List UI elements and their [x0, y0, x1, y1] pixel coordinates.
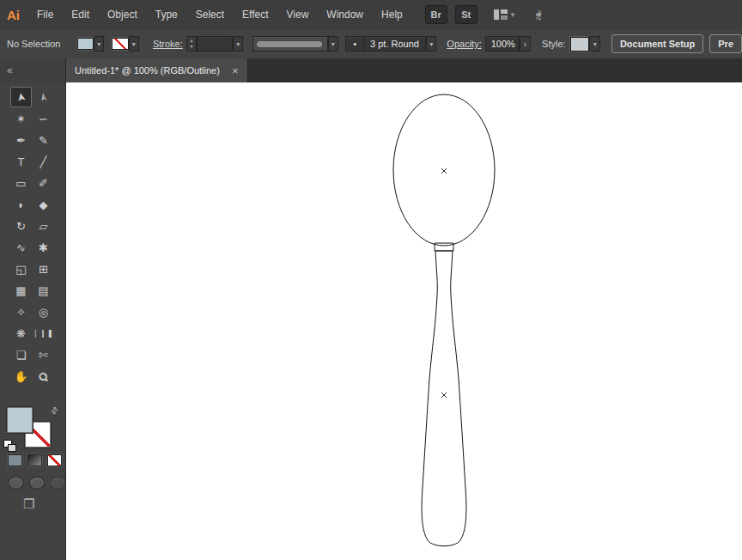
shape-builder-icon: ◱: [15, 263, 26, 276]
column-graph-tool[interactable]: ❘❙❚: [33, 323, 54, 344]
type-tool[interactable]: T: [10, 151, 32, 172]
type-icon: T: [18, 155, 25, 168]
menu-effect[interactable]: Effect: [242, 9, 268, 21]
document-tab[interactable]: Untitled-1* @ 100% (RGB/Outline) ×: [66, 58, 248, 82]
menu-items: File Edit Object Type Select Effect View…: [37, 9, 403, 21]
draw-normal-button[interactable]: [8, 477, 24, 490]
tools-panel-header: «: [0, 58, 66, 82]
opacity-label[interactable]: Opacity:: [447, 39, 481, 49]
menu-object[interactable]: Object: [107, 9, 137, 21]
pencil-tool[interactable]: ✎: [33, 130, 54, 150]
menu-view[interactable]: View: [287, 9, 309, 21]
default-fill-stroke-icon[interactable]: [3, 440, 16, 451]
hand-tool[interactable]: ✋: [10, 366, 32, 387]
direct-selection-icon: ➣: [36, 91, 51, 102]
opacity-input[interactable]: 100%: [485, 36, 520, 52]
eraser-tool[interactable]: ◆: [33, 194, 54, 215]
tools-panel: ➤ ➣ ✶ ∽ ✒ ✎ T ╱ ▭ ✐ ◗ ◆ ↻ ▱ ∿ ✱ ◱ ⊞ ▦ ▤ …: [0, 82, 66, 560]
stock-button[interactable]: St: [455, 5, 477, 24]
screen-mode-button[interactable]: ❐: [23, 496, 34, 512]
paintbrush-icon: ✐: [39, 177, 48, 190]
symbol-sprayer-icon: ❋: [16, 327, 26, 340]
stroke-weight-chevron-icon[interactable]: ▾: [233, 36, 243, 52]
document-setup-button[interactable]: Document Setup: [611, 34, 703, 53]
menu-window[interactable]: Window: [326, 9, 363, 21]
opacity-more-icon[interactable]: ›: [520, 36, 531, 52]
eyedropper-tool[interactable]: ✧: [10, 301, 32, 322]
brush-definition-select[interactable]: • 3 pt. Round: [345, 36, 426, 52]
symbol-sprayer-tool[interactable]: ❋: [10, 323, 32, 344]
brush-chevron-icon[interactable]: ▾: [426, 36, 436, 52]
variable-width-profile-select[interactable]: [252, 36, 327, 52]
direct-selection-tool[interactable]: ➣: [33, 87, 54, 107]
artwork-spoon-outline: [66, 82, 742, 560]
lasso-tool[interactable]: ∽: [33, 108, 54, 129]
artboard-tool[interactable]: ❏: [10, 344, 32, 365]
workspace-switcher[interactable]: ▾: [494, 9, 515, 21]
swap-fill-stroke-icon[interactable]: ⇄: [48, 405, 60, 417]
stroke-chevron-icon[interactable]: ▾: [129, 36, 139, 52]
brush-name: 3 pt. Round: [364, 39, 425, 49]
preferences-button[interactable]: Pre: [709, 34, 742, 53]
menu-file[interactable]: File: [37, 9, 53, 21]
spoon-notch-path[interactable]: [435, 243, 453, 251]
width-icon: ∿: [16, 241, 26, 254]
fill-color-swatch[interactable]: [77, 38, 94, 50]
perspective-grid-icon: ⊞: [39, 263, 48, 276]
document-tab-bar: « Untitled-1* @ 100% (RGB/Outline) ×: [0, 58, 742, 83]
gradient-button[interactable]: [27, 454, 42, 466]
perspective-grid-tool[interactable]: ⊞: [33, 259, 54, 279]
bridge-button[interactable]: Br: [425, 5, 447, 24]
blend-tool[interactable]: ◎: [33, 301, 54, 322]
fill-proxy-swatch[interactable]: [7, 407, 33, 433]
mesh-tool[interactable]: ▦: [10, 280, 32, 301]
scale-tool[interactable]: ▱: [33, 216, 54, 236]
menu-select[interactable]: Select: [196, 9, 224, 21]
stroke-weight-stepper[interactable]: ▴ ▾: [186, 36, 197, 52]
share-icon[interactable]: ❧: [530, 9, 548, 21]
spoon-bowl-path[interactable]: [393, 94, 495, 246]
color-button[interactable]: [8, 454, 22, 466]
hand-icon: ✋: [14, 370, 27, 383]
tools-grid: ➤ ➣ ✶ ∽ ✒ ✎ T ╱ ▭ ✐ ◗ ◆ ↻ ▱ ∿ ✱ ◱ ⊞ ▦ ▤ …: [0, 82, 65, 387]
opacity-value: 100%: [486, 39, 520, 49]
blend-icon: ◎: [39, 306, 48, 319]
document-canvas[interactable]: [66, 82, 742, 560]
paintbrush-tool[interactable]: ✐: [33, 173, 54, 193]
magic-wand-tool[interactable]: ✶: [10, 108, 32, 129]
collapse-panel-icon[interactable]: «: [7, 64, 13, 76]
pen-tool[interactable]: ✒: [10, 130, 32, 150]
stroke-weight-label[interactable]: Stroke:: [153, 39, 183, 49]
menu-edit[interactable]: Edit: [71, 9, 89, 21]
shape-builder-tool[interactable]: ◱: [10, 259, 32, 279]
fill-chevron-icon[interactable]: ▾: [94, 36, 104, 52]
menu-help[interactable]: Help: [381, 9, 403, 21]
graphic-style-swatch[interactable]: [570, 37, 590, 52]
width-tool[interactable]: ∿: [10, 237, 32, 258]
artboard-icon: ❏: [16, 349, 27, 362]
stroke-weight-input[interactable]: [197, 36, 233, 52]
pencil-icon: ✎: [39, 134, 48, 147]
blob-brush-tool[interactable]: ◗: [10, 194, 32, 215]
draw-inside-button[interactable]: [50, 477, 66, 490]
none-button[interactable]: [47, 454, 62, 466]
spoon-handle-path[interactable]: [422, 251, 466, 546]
free-transform-tool[interactable]: ✱: [33, 237, 54, 258]
close-icon[interactable]: ×: [232, 65, 239, 76]
brush-preview-icon: •: [346, 37, 364, 51]
style-chevron-icon[interactable]: ▾: [589, 36, 599, 52]
gradient-tool[interactable]: ▤: [33, 280, 54, 301]
line-segment-tool[interactable]: ╱: [33, 151, 54, 172]
slice-tool[interactable]: ✄: [33, 344, 54, 365]
mesh-icon: ▦: [15, 284, 26, 297]
rectangle-tool[interactable]: ▭: [10, 173, 32, 193]
zoom-tool[interactable]: Ϙ: [33, 366, 54, 387]
fill-stroke-control: ⇄: [0, 404, 66, 457]
rotate-tool[interactable]: ↻: [10, 216, 32, 236]
selection-tool[interactable]: ➤: [10, 87, 32, 107]
width-profile-chevron-icon[interactable]: ▾: [328, 36, 338, 52]
menu-type[interactable]: Type: [155, 9, 178, 21]
stroke-color-swatch[interactable]: [112, 38, 128, 50]
draw-behind-button[interactable]: [29, 477, 46, 490]
style-label: Style:: [542, 39, 566, 49]
